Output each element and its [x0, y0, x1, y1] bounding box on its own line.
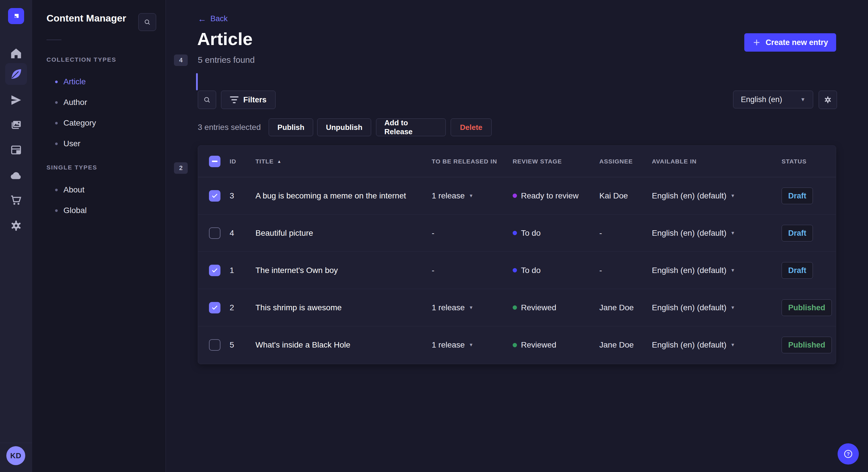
stage-dot-icon	[513, 343, 517, 347]
table-row[interactable]: 4 Beautiful picture - ▼ To do - English …	[198, 214, 836, 252]
cell-release[interactable]: 1 release ▼	[432, 340, 513, 349]
active-item-indicator	[196, 73, 198, 90]
table-row[interactable]: 5 What's inside a Black Hole 1 release ▼…	[198, 326, 836, 364]
sidebar-item-article[interactable]: Article	[55, 74, 86, 90]
row-checkbox[interactable]	[209, 190, 220, 202]
cell-id: 2	[229, 303, 255, 312]
cell-assignee: -	[599, 266, 652, 275]
sidebar-item-about[interactable]: About	[55, 182, 84, 198]
table-row[interactable]: 1 The internet's Own boy - ▼ To do - Eng…	[198, 252, 836, 289]
gear-icon	[823, 95, 832, 104]
deploy-cloud-icon[interactable]	[5, 165, 27, 187]
cell-available-in[interactable]: English (en) (default) ▼	[652, 229, 782, 238]
send-icon[interactable]	[5, 89, 27, 111]
row-checkbox[interactable]	[209, 265, 220, 276]
cell-available-in[interactable]: English (en) (default) ▼	[652, 266, 782, 275]
cell-assignee: -	[599, 229, 652, 238]
subnav-divider	[46, 40, 61, 40]
status-badge: Draft	[782, 225, 813, 241]
cell-release[interactable]: 1 release ▼	[432, 303, 513, 312]
cell-release[interactable]: 1 release ▼	[432, 191, 513, 200]
filter-icon	[230, 96, 239, 103]
chevron-down-icon: ▼	[469, 194, 473, 198]
locale-select[interactable]: English (en) ▼	[733, 91, 813, 108]
back-link[interactable]: ← Back	[198, 14, 228, 23]
subnav-search-button[interactable]	[138, 13, 156, 31]
unpublish-button[interactable]: Unpublish	[317, 119, 371, 136]
cell-id: 4	[229, 229, 255, 238]
col-header-available[interactable]: AVAILABLE IN	[652, 158, 782, 165]
strapi-logo[interactable]	[8, 8, 24, 24]
chevron-down-icon: ▼	[731, 194, 735, 198]
col-header-title[interactable]: TITLE ▲	[255, 158, 432, 165]
bullet-icon	[55, 80, 58, 83]
home-icon[interactable]	[5, 42, 27, 64]
content-manager-icon[interactable]	[5, 63, 27, 85]
col-header-status[interactable]: STATUS	[782, 158, 836, 165]
single-types-count-badge: 2	[174, 162, 188, 174]
sidebar-item-global[interactable]: Global	[55, 202, 87, 218]
stage-dot-icon	[513, 231, 517, 235]
search-icon	[143, 18, 151, 26]
avatar[interactable]: KD	[6, 446, 25, 465]
row-checkbox[interactable]	[209, 227, 220, 239]
chevron-down-icon: ▼	[731, 268, 735, 273]
cell-title: Beautiful picture	[255, 229, 432, 238]
row-checkbox[interactable]	[209, 302, 220, 313]
cell-review-stage: Reviewed	[513, 340, 599, 349]
stage-dot-icon	[513, 268, 517, 272]
search-icon	[203, 96, 211, 104]
media-library-icon[interactable]	[5, 114, 27, 136]
search-button[interactable]	[198, 91, 216, 109]
create-new-entry-button[interactable]: Create new entry	[744, 33, 836, 52]
status-badge: Published	[782, 299, 832, 316]
cell-assignee: Kai Doe	[599, 191, 652, 200]
cell-title: What's inside a Black Hole	[255, 340, 432, 349]
col-header-released[interactable]: TO BE RELEASED IN	[432, 158, 513, 165]
indeterminate-icon	[212, 161, 218, 162]
back-arrow-icon: ←	[198, 14, 206, 23]
filters-button[interactable]: Filters	[221, 91, 276, 109]
stage-dot-icon	[513, 194, 517, 198]
cell-assignee: Jane Doe	[599, 303, 652, 312]
table-header-row: ID TITLE ▲ TO BE RELEASED IN REVIEW STAG…	[198, 146, 836, 177]
sidebar-item-author[interactable]: Author	[55, 94, 87, 110]
view-settings-button[interactable]	[818, 91, 837, 109]
cell-release[interactable]: - ▼	[432, 229, 513, 238]
cell-available-in[interactable]: English (en) (default) ▼	[652, 191, 782, 200]
cell-title: The internet's Own boy	[255, 266, 432, 275]
entries-count: 5 entries found	[198, 55, 255, 65]
sidebar-item-user[interactable]: User	[55, 136, 81, 152]
col-header-assignee[interactable]: ASSIGNEE	[599, 158, 652, 165]
svg-text:?: ?	[847, 451, 850, 457]
bullet-icon	[55, 142, 58, 145]
rail-divider	[0, 443, 32, 443]
section-collection-types: COLLECTION TYPES	[46, 56, 116, 63]
bullet-icon	[55, 209, 58, 212]
stage-dot-icon	[513, 305, 517, 310]
table-row[interactable]: 2 This shrimp is awesome 1 release ▼ Rev…	[198, 289, 836, 326]
chevron-down-icon: ▼	[731, 343, 735, 347]
cell-review-stage: Ready to review	[513, 191, 599, 200]
help-button[interactable]: ?	[838, 443, 859, 465]
col-header-review[interactable]: REVIEW STAGE	[513, 158, 599, 165]
cell-review-stage: To do	[513, 229, 599, 238]
delete-button[interactable]: Delete	[451, 119, 492, 136]
publish-button[interactable]: Publish	[269, 119, 313, 136]
content-type-builder-icon[interactable]	[5, 139, 27, 161]
sidebar-item-category[interactable]: Category	[55, 115, 96, 131]
chevron-down-icon: ▼	[731, 231, 735, 235]
cell-id: 1	[229, 266, 255, 275]
settings-gear-icon[interactable]	[5, 215, 27, 237]
status-badge: Draft	[782, 262, 813, 279]
marketplace-cart-icon[interactable]	[5, 189, 27, 211]
row-checkbox[interactable]	[209, 339, 220, 351]
add-to-release-button[interactable]: Add to Release	[376, 119, 446, 136]
table-row[interactable]: 3 A bug is becoming a meme on the intern…	[198, 177, 836, 214]
cell-release[interactable]: - ▼	[432, 266, 513, 275]
cell-available-in[interactable]: English (en) (default) ▼	[652, 340, 782, 349]
cell-title: A bug is becoming a meme on the internet	[255, 191, 432, 200]
col-header-id[interactable]: ID	[229, 158, 255, 165]
select-all-checkbox[interactable]	[209, 156, 220, 167]
cell-available-in[interactable]: English (en) (default) ▼	[652, 303, 782, 312]
